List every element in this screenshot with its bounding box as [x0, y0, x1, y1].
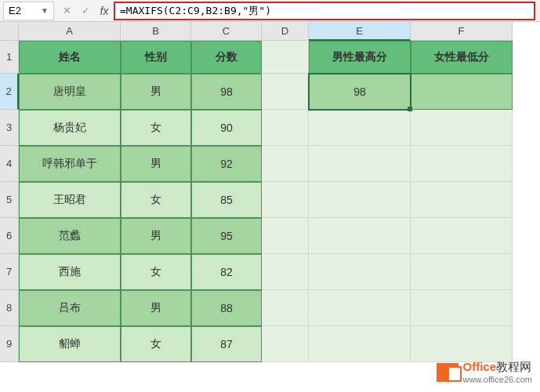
cell-F1[interactable]: 女性最低分 [411, 41, 513, 74]
cell-C2[interactable]: 98 [191, 74, 262, 110]
cell-F9[interactable] [411, 326, 513, 362]
formula-bar: E2 ▼ ✕ ✓ fx =MAXIFS(C2:C9,B2:B9,"男") [0, 0, 540, 22]
watermark: Office教程网 www.office26.com [437, 360, 532, 384]
cell-B7[interactable]: 女 [121, 254, 191, 290]
cell-C9[interactable]: 87 [191, 326, 262, 362]
formula-input-highlight: =MAXIFS(C2:C9,B2:B9,"男") [114, 2, 535, 20]
row-header-4[interactable]: 4 [0, 146, 19, 182]
cell-F6[interactable] [411, 218, 513, 254]
cell-C1[interactable]: 分数 [191, 41, 262, 74]
cell-F3[interactable] [411, 110, 513, 146]
row-header-8[interactable]: 8 [0, 290, 19, 326]
cell-A6[interactable]: 范蠡 [19, 218, 121, 254]
cell-A3[interactable]: 杨贵妃 [19, 110, 121, 146]
cell-E1[interactable]: 男性最高分 [309, 41, 411, 74]
cell-A7[interactable]: 西施 [19, 254, 121, 290]
cell-B9[interactable]: 女 [121, 326, 191, 362]
cell-B2[interactable]: 男 [121, 74, 191, 110]
cell-A9[interactable]: 貂蝉 [19, 326, 121, 362]
cell-C7[interactable]: 82 [191, 254, 262, 290]
col-header-C[interactable]: C [191, 22, 262, 41]
col-header-B[interactable]: B [121, 22, 191, 41]
cell-A4[interactable]: 呼韩邪单于 [19, 146, 121, 182]
cell-E7[interactable] [309, 254, 411, 290]
confirm-icon[interactable]: ✓ [76, 2, 95, 20]
cell-B4[interactable]: 男 [121, 146, 191, 182]
cell-E5[interactable] [309, 182, 411, 218]
cell-A2[interactable]: 唐明皇 [19, 74, 121, 110]
row-header-9[interactable]: 9 [0, 326, 19, 362]
row-header-3[interactable]: 3 [0, 110, 19, 146]
cell-B8[interactable]: 男 [121, 290, 191, 326]
column-headers: ABCDEF [19, 22, 513, 41]
name-box[interactable]: E2 ▼ [3, 2, 54, 20]
cell-E4[interactable] [309, 146, 411, 182]
select-all-corner[interactable] [0, 22, 19, 41]
name-box-value: E2 [9, 5, 41, 16]
cell-B1[interactable]: 性别 [121, 41, 191, 74]
cell-grid: 姓名性别分数男性最高分女性最低分唐明皇男9898杨贵妃女90呼韩邪单于男92王昭… [19, 41, 513, 362]
cell-C3[interactable]: 90 [191, 110, 262, 146]
cell-D4[interactable] [262, 146, 309, 182]
cell-A5[interactable]: 王昭君 [19, 182, 121, 218]
cell-C6[interactable]: 95 [191, 218, 262, 254]
fill-handle[interactable] [408, 107, 412, 111]
cell-E3[interactable] [309, 110, 411, 146]
cell-D2[interactable] [262, 74, 309, 110]
cell-A1[interactable]: 姓名 [19, 41, 121, 74]
cell-D6[interactable] [262, 218, 309, 254]
cell-B6[interactable]: 男 [121, 218, 191, 254]
cell-E9[interactable] [309, 326, 411, 362]
row-header-5[interactable]: 5 [0, 182, 19, 218]
cell-D3[interactable] [262, 110, 309, 146]
fx-icon[interactable]: fx [95, 2, 114, 20]
row-header-1[interactable]: 1 [0, 41, 19, 74]
cancel-icon[interactable]: ✕ [57, 2, 76, 20]
col-header-E[interactable]: E [309, 22, 411, 41]
cell-F5[interactable] [411, 182, 513, 218]
cell-E6[interactable] [309, 218, 411, 254]
cell-F8[interactable] [411, 290, 513, 326]
cell-E8[interactable] [309, 290, 411, 326]
cell-D5[interactable] [262, 182, 309, 218]
cell-D1[interactable] [262, 41, 309, 74]
cell-F4[interactable] [411, 146, 513, 182]
cell-E2[interactable]: 98 [309, 74, 411, 110]
cell-F2[interactable] [411, 74, 513, 110]
cell-D7[interactable] [262, 254, 309, 290]
col-header-A[interactable]: A [19, 22, 121, 41]
cell-D9[interactable] [262, 326, 309, 362]
col-header-D[interactable]: D [262, 22, 309, 41]
row-headers: 123456789 [0, 41, 19, 362]
row-header-7[interactable]: 7 [0, 254, 19, 290]
cell-C4[interactable]: 92 [191, 146, 262, 182]
cell-B3[interactable]: 女 [121, 110, 191, 146]
cell-C8[interactable]: 88 [191, 290, 262, 326]
watermark-text: Office教程网 www.office26.com [463, 360, 532, 384]
row-header-6[interactable]: 6 [0, 218, 19, 254]
watermark-logo-icon [437, 363, 458, 382]
cell-A8[interactable]: 吕布 [19, 290, 121, 326]
name-box-dropdown-icon[interactable]: ▼ [41, 6, 49, 15]
cell-B5[interactable]: 女 [121, 182, 191, 218]
cell-C5[interactable]: 85 [191, 182, 262, 218]
row-header-2[interactable]: 2 [0, 74, 19, 110]
cell-D8[interactable] [262, 290, 309, 326]
formula-input[interactable]: =MAXIFS(C2:C9,B2:B9,"男") [120, 4, 271, 18]
cell-F7[interactable] [411, 254, 513, 290]
col-header-F[interactable]: F [411, 22, 513, 41]
